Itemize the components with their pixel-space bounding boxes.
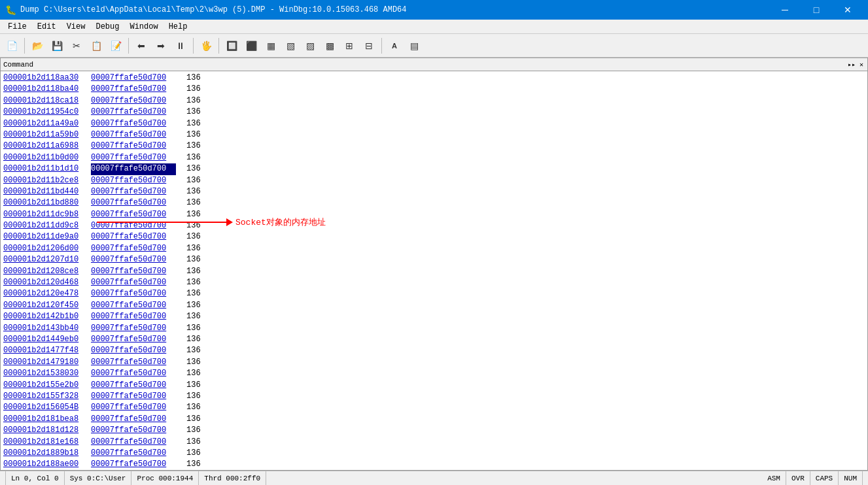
address-cell[interactable]: 000001b2d11b1d10	[3, 163, 88, 175]
menu-help[interactable]: Help	[164, 21, 193, 33]
address-cell[interactable]: 000001b2d143bb40	[3, 323, 88, 334]
toolbar-src[interactable]: ⊟	[360, 37, 378, 55]
address-cell[interactable]: 000001b2d11a59b0	[3, 129, 88, 141]
mt-cell[interactable]: 00007ffafe50d700	[91, 186, 176, 197]
address-cell[interactable]: 000001b2d11bd440	[3, 186, 88, 197]
address-cell[interactable]: 000001b2d181d128	[3, 425, 88, 436]
address-cell[interactable]: 000001b2d11a6988	[3, 141, 88, 152]
address-cell[interactable]: 000001b2d181bea8	[3, 414, 88, 425]
mt-cell[interactable]: 00007ffafe50d700	[91, 345, 176, 356]
toolbar-options[interactable]: ▤	[405, 37, 423, 55]
address-cell[interactable]: 000001b2d120e478	[3, 288, 88, 299]
toolbar-mem[interactable]: 🔲	[222, 37, 241, 55]
toolbar-open[interactable]: 📂	[28, 37, 46, 55]
mt-cell[interactable]: 00007ffafe50d700	[91, 107, 176, 118]
toolbar-forward[interactable]: ➡	[152, 37, 170, 55]
mt-cell[interactable]: 00007ffafe50d700	[91, 118, 176, 129]
command-close-icon[interactable]: ✕	[858, 61, 865, 69]
address-cell[interactable]: 000001b2d181e168	[3, 437, 88, 448]
toolbar-stk[interactable]: ⊞	[340, 37, 358, 55]
mt-cell[interactable]: 00007ffafe50d700	[91, 402, 176, 413]
address-cell[interactable]: 000001b2d155e2b0	[3, 380, 88, 391]
address-cell[interactable]: 000001b2d1889b18	[3, 448, 88, 459]
minimize-button[interactable]: ─	[770, 0, 800, 20]
mt-cell[interactable]: 00007ffafe50d700	[91, 414, 176, 425]
address-cell[interactable]: 000001b2d120f450	[3, 300, 88, 311]
mt-cell[interactable]: 00007ffafe50d700	[91, 243, 176, 254]
mt-cell[interactable]: 00007ffafe50d700	[91, 163, 176, 175]
address-cell[interactable]: 000001b2d11bd880	[3, 197, 88, 209]
mt-cell[interactable]: 00007ffafe50d700	[91, 380, 176, 391]
toolbar-reg[interactable]: ▧	[281, 37, 300, 55]
toolbar-copy[interactable]: 📋	[87, 37, 105, 55]
mt-cell[interactable]: 00007ffafe50d700	[91, 209, 176, 220]
address-cell[interactable]: 000001b2d118aa30	[3, 73, 88, 84]
mt-cell[interactable]: 00007ffafe50d700	[91, 129, 176, 141]
address-cell[interactable]: 000001b2d1207d10	[3, 254, 88, 265]
toolbar-locals[interactable]: ▩	[321, 37, 339, 55]
mt-cell[interactable]: 00007ffafe50d700	[91, 277, 176, 288]
toolbar-save[interactable]: 💾	[48, 37, 66, 55]
address-cell[interactable]: 000001b2d188ae00	[3, 459, 88, 470]
mt-cell[interactable]: 00007ffafe50d700	[91, 459, 176, 470]
mt-cell[interactable]: 00007ffafe50d700	[91, 368, 176, 379]
address-cell[interactable]: 000001b2d120d468	[3, 277, 88, 288]
address-cell[interactable]: 000001b2d11dc9b8	[3, 209, 88, 220]
mt-cell[interactable]: 00007ffafe50d700	[91, 254, 176, 265]
close-button[interactable]: ✕	[833, 0, 863, 20]
command-expand-icon[interactable]: ▸▸	[846, 61, 857, 69]
toolbar-cut[interactable]: ✂	[67, 37, 86, 55]
address-cell[interactable]: 000001b2d11a49a0	[3, 118, 88, 129]
mt-cell[interactable]: 00007ffafe50d700	[91, 323, 176, 334]
toolbar-source[interactable]: 📝	[107, 37, 125, 55]
address-cell[interactable]: 000001b2d11dd9c8	[3, 220, 88, 231]
menu-view[interactable]: View	[61, 21, 91, 33]
mt-cell[interactable]: 00007ffafe50d700	[91, 141, 176, 152]
mt-cell[interactable]: 00007ffafe50d700	[91, 197, 176, 209]
toolbar-disasm[interactable]: ▦	[262, 37, 280, 55]
address-cell[interactable]: 000001b2d142b1b0	[3, 311, 88, 322]
mt-cell[interactable]: 00007ffafe50d700	[91, 288, 176, 299]
menu-edit[interactable]: Edit	[32, 21, 61, 33]
mt-cell[interactable]: 00007ffafe50d700	[91, 95, 176, 107]
address-cell[interactable]: 000001b2d11954c0	[3, 107, 88, 118]
mt-cell[interactable]: 00007ffafe50d700	[91, 425, 176, 436]
toolbar-mem2[interactable]: ⬛	[242, 37, 260, 55]
maximize-button[interactable]: □	[801, 0, 831, 20]
address-cell[interactable]: 000001b2d1449eb0	[3, 334, 88, 345]
address-cell[interactable]: 000001b2d118ba40	[3, 84, 88, 95]
address-cell[interactable]: 000001b2d11b2ce8	[3, 175, 88, 186]
mt-cell[interactable]: 00007ffafe50d700	[91, 300, 176, 311]
address-cell[interactable]: 000001b2d1208ce8	[3, 266, 88, 277]
address-cell[interactable]: 000001b2d155f328	[3, 391, 88, 402]
mt-cell[interactable]: 00007ffafe50d700	[91, 391, 176, 402]
address-cell[interactable]: 000001b2d1206d00	[3, 243, 88, 254]
address-cell[interactable]: 000001b2d11b0d00	[3, 152, 88, 163]
toolbar-font[interactable]: A	[385, 37, 404, 55]
menu-window[interactable]: Window	[124, 21, 163, 33]
address-cell[interactable]: 000001b2d1477f48	[3, 345, 88, 356]
address-cell[interactable]: 000001b2d1479180	[3, 357, 88, 368]
toolbar-watch[interactable]: ▨	[301, 37, 319, 55]
mt-cell[interactable]: 00007ffafe50d700	[91, 437, 176, 448]
address-cell[interactable]: 000001b2d156054B	[3, 402, 88, 413]
mt-cell[interactable]: 00007ffafe50d700	[91, 231, 176, 242]
mt-cell[interactable]: 00007ffafe50d700	[91, 220, 176, 231]
toolbar-back[interactable]: ⬅	[132, 37, 150, 55]
mt-cell[interactable]: 00007ffafe50d700	[91, 266, 176, 277]
address-cell[interactable]: 000001b2d11de9a0	[3, 231, 88, 242]
mt-cell[interactable]: 00007ffafe50d700	[91, 311, 176, 322]
mt-cell[interactable]: 00007ffafe50d700	[91, 84, 176, 95]
mt-cell[interactable]: 00007ffafe50d700	[91, 334, 176, 345]
address-cell[interactable]: 000001b2d118ca18	[3, 95, 88, 107]
mt-cell[interactable]: 00007ffafe50d700	[91, 357, 176, 368]
toolbar-break[interactable]: ⏸	[171, 37, 190, 55]
mt-cell[interactable]: 00007ffafe50d700	[91, 175, 176, 186]
menu-file[interactable]: File	[3, 21, 32, 33]
menu-debug[interactable]: Debug	[90, 21, 124, 33]
mt-cell[interactable]: 00007ffafe50d700	[91, 152, 176, 163]
address-cell[interactable]: 000001b2d1538030	[3, 368, 88, 379]
toolbar-new[interactable]: 📄	[3, 37, 21, 55]
mt-cell[interactable]: 00007ffafe50d700	[91, 448, 176, 459]
toolbar-hand[interactable]: 🖐	[197, 37, 215, 55]
